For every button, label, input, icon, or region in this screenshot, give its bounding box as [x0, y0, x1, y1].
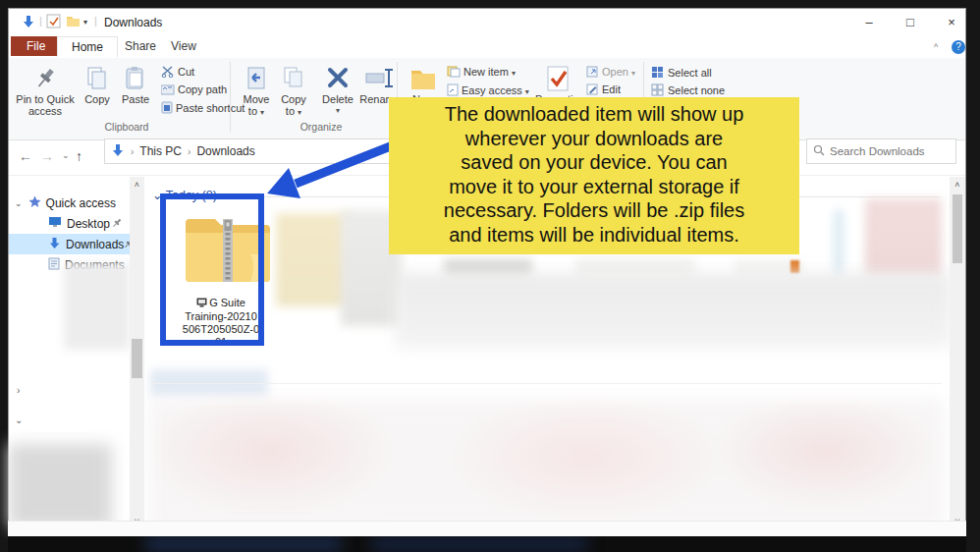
scroll-up-arrow[interactable]: ˄ — [130, 180, 144, 190]
explorer-window: | ▾ | Downloads – □ × File Home Share Vi… — [8, 8, 966, 536]
copy-to-button[interactable]: Copy to ▾ — [276, 66, 311, 119]
scroll-up-arrow[interactable]: ˄ — [950, 180, 965, 190]
downloads-arrow-icon — [21, 14, 36, 33]
scissors-icon — [161, 66, 175, 80]
copy-label: Copy — [80, 93, 115, 105]
group-separator — [230, 62, 231, 133]
redacted-lower-region — [150, 400, 944, 527]
sidebar-expand-chevron[interactable]: › — [17, 385, 20, 396]
edit-button[interactable]: Edit — [586, 83, 621, 97]
sidebar-item-desktop[interactable]: Desktop — [9, 213, 130, 234]
redacted-wide-block — [395, 273, 950, 348]
search-box[interactable] — [806, 138, 956, 164]
open-label: Open — [602, 66, 628, 78]
forward-button[interactable]: → — [40, 148, 54, 164]
screenshot-frame: | ▾ | Downloads – □ × File Home Share Vi… — [0, 0, 980, 552]
easy-access-label: Easy access — [462, 84, 522, 96]
clipboard-group-label: Clipboard — [68, 121, 186, 133]
pin-icon — [112, 217, 122, 231]
bottom-frame-strip — [8, 536, 966, 552]
new-item-label: New item — [463, 66, 509, 78]
delete-button[interactable]: Delete ▾ — [317, 66, 358, 117]
recent-locations-caret[interactable]: ⌄ — [62, 150, 70, 160]
content-scrollbar[interactable]: ˄ ˅ — [950, 177, 965, 529]
crumb-this-pc[interactable]: This PC — [139, 144, 182, 158]
select-all-button[interactable]: Select all — [651, 66, 712, 81]
select-all-icon — [651, 66, 665, 81]
scrollbar-thumb[interactable] — [953, 194, 962, 263]
new-item-icon — [447, 66, 461, 80]
delete-label: Delete — [317, 93, 358, 105]
scrollbar-thumb[interactable] — [132, 339, 142, 378]
redacted-sidebar-block — [64, 263, 130, 350]
open-icon — [586, 66, 599, 80]
pushpin-icon — [33, 66, 57, 91]
help-icon[interactable]: ? — [952, 40, 965, 54]
tab-home[interactable]: Home — [57, 36, 118, 57]
address-downloads-icon — [111, 143, 125, 160]
quick-access-label: Quick access — [46, 196, 116, 210]
sidebar-collapse-chevron[interactable]: ⌄ — [15, 414, 23, 425]
edit-label: Edit — [602, 83, 621, 95]
tab-file[interactable]: File — [11, 36, 61, 56]
select-none-label: Select none — [668, 84, 725, 96]
quick-access-star-icon — [28, 195, 41, 211]
select-all-label: Select all — [668, 67, 712, 79]
desktop-label: Desktop — [67, 217, 110, 231]
qat-checkbox-icon[interactable] — [46, 14, 61, 32]
pin-to-quick-access-button[interactable]: Pin to Quick access — [15, 66, 76, 117]
redacted-blue-sliver — [834, 210, 844, 277]
copy-path-icon — [161, 84, 175, 97]
qat-separator: | — [39, 15, 42, 27]
sidebar-item-quick-access[interactable]: ⌄ Quick access — [9, 193, 130, 213]
move-to-button[interactable]: Move to ▾ — [239, 66, 274, 119]
search-icon — [813, 142, 825, 160]
window-title: Downloads — [104, 16, 162, 29]
close-button[interactable]: × — [937, 15, 966, 29]
rename-icon — [365, 66, 395, 91]
copy-to-icon — [282, 66, 305, 91]
easy-access-button[interactable]: Easy access ▾ — [447, 83, 529, 98]
qat-folder-icon[interactable] — [66, 14, 81, 31]
title-bar: | ▾ | Downloads – □ × — [9, 9, 965, 36]
copy-path-button[interactable]: Copy path — [161, 83, 227, 97]
edit-icon — [586, 83, 599, 97]
open-button[interactable]: Open ▾ — [586, 66, 635, 80]
redacted-orange-icon — [790, 260, 799, 273]
up-button[interactable]: ↑ — [76, 148, 82, 164]
sidebar-item-downloads[interactable]: Downloads — [9, 234, 130, 254]
minimize-button[interactable]: – — [854, 15, 884, 29]
new-item-button[interactable]: New item ▾ — [447, 66, 516, 80]
new-folder-icon — [409, 66, 437, 91]
easy-access-icon — [447, 83, 459, 98]
crumb-chevron: › — [131, 146, 134, 157]
ribbon-tab-row: File Home Share View ^ ? — [9, 36, 965, 58]
cut-button[interactable]: Cut — [161, 66, 194, 80]
select-none-button[interactable]: Select none — [651, 83, 725, 98]
quick-access-chevron[interactable]: ⌄ — [15, 198, 23, 208]
annotation-arrow — [253, 134, 401, 207]
paste-shortcut-button[interactable]: Paste shortcut — [161, 101, 245, 116]
copy-icon — [85, 66, 109, 91]
select-none-icon — [651, 83, 665, 98]
qat-caret-icon[interactable]: ▾ — [83, 18, 87, 27]
copy-to-label: Copy to ▾ — [276, 93, 311, 119]
navigation-pane: ⌄ Quick access Desktop Downloads Documen… — [9, 177, 130, 529]
search-input[interactable] — [830, 145, 943, 157]
back-button[interactable]: ← — [19, 148, 32, 164]
collapse-ribbon-icon[interactable]: ^ — [934, 42, 938, 52]
copy-path-label: Copy path — [178, 83, 227, 95]
status-bar — [8, 521, 966, 536]
sidebar-scrollbar[interactable]: ˄ ˅ — [130, 177, 144, 529]
paste-shortcut-label: Paste shortcut — [176, 102, 245, 114]
qat-separator2: | — [94, 15, 97, 27]
paste-button[interactable]: Paste — [117, 66, 154, 105]
redacted-pink-thumb — [865, 198, 942, 277]
cut-label: Cut — [178, 66, 194, 78]
copy-button[interactable]: Copy — [80, 66, 115, 105]
maximize-button[interactable]: □ — [896, 15, 925, 29]
organize-group-label: Organize — [262, 121, 380, 133]
crumb-downloads[interactable]: Downloads — [196, 144, 254, 158]
paste-label: Paste — [117, 93, 154, 105]
tab-view[interactable]: View — [157, 36, 210, 56]
